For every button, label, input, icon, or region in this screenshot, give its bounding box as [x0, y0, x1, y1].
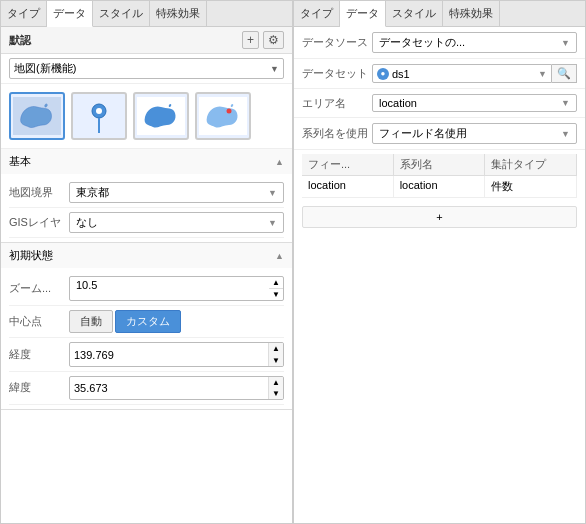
basic-section-header[interactable]: 基本 ▲ — [1, 149, 292, 174]
tab-style-left[interactable]: スタイル — [93, 1, 150, 26]
area-name-control: location ▼ — [372, 94, 577, 112]
map-thumb-1[interactable] — [9, 92, 65, 140]
center-auto-button[interactable]: 自動 — [69, 310, 113, 333]
table-row: location location 件数 — [302, 176, 577, 198]
gis-layer-arrow: ▼ — [268, 218, 277, 228]
dataset-search-button[interactable]: 🔍 — [552, 64, 577, 83]
default-section-title: 默認 — [9, 33, 31, 48]
gear-icon[interactable]: ⚙ — [263, 31, 284, 49]
gis-layer-control: なし ▼ — [69, 212, 284, 233]
dataset-arrow: ▼ — [538, 69, 547, 79]
latitude-input[interactable]: 35.673 — [70, 380, 268, 396]
dataset-control: ● ds1 ▼ 🔍 — [372, 64, 577, 83]
longitude-up[interactable]: ▲ — [269, 343, 283, 354]
series-col-aggregate: 集計タイプ — [485, 154, 577, 175]
series-name-control: フィールド名使用 ▼ — [372, 123, 577, 144]
series-aggregate-value: 件数 — [485, 176, 577, 197]
series-table-header: フィー... 系列名 集計タイプ — [302, 154, 577, 176]
initial-state-section: 初期状態 ▲ ズーム... 10.5 ▲ ▼ 中心点 — [1, 243, 292, 410]
gis-layer-row: GISレイヤ なし ▼ — [9, 208, 284, 238]
initial-state-header[interactable]: 初期状態 ▲ — [1, 243, 292, 268]
basic-section-title: 基本 — [9, 154, 31, 169]
add-series-button[interactable]: + — [302, 206, 577, 228]
initial-state-content: ズーム... 10.5 ▲ ▼ 中心点 自動 カスタム — [1, 268, 292, 409]
map-boundary-row: 地図境界 東京都 ▼ — [9, 178, 284, 208]
series-name-row: 系列名を使用 フィールド名使用 ▼ — [294, 118, 585, 150]
longitude-input-wrapper: 139.769 ▲ ▼ — [69, 342, 284, 366]
zoom-value: 10.5 — [70, 277, 267, 300]
tab-type-left[interactable]: タイプ — [1, 1, 47, 26]
tab-effect-right[interactable]: 特殊効果 — [443, 1, 500, 26]
datasource-row: データソース データセットの... ▼ — [294, 27, 585, 59]
map-boundary-arrow: ▼ — [268, 188, 277, 198]
latitude-spinner[interactable]: ▲ ▼ — [268, 377, 283, 399]
longitude-label: 経度 — [9, 347, 69, 362]
longitude-control: 139.769 ▲ ▼ — [69, 342, 284, 366]
latitude-input-wrapper: 35.673 ▲ ▼ — [69, 376, 284, 400]
series-name-dropdown[interactable]: フィールド名使用 ▼ — [372, 123, 577, 144]
initial-state-chevron: ▲ — [275, 251, 284, 261]
datasource-dropdown[interactable]: データセットの... ▼ — [372, 32, 577, 53]
add-series-icon: + — [436, 211, 442, 223]
svg-point-3 — [96, 108, 102, 114]
longitude-down[interactable]: ▼ — [269, 355, 283, 366]
tab-data-left[interactable]: データ — [47, 1, 93, 27]
area-name-label: エリア名 — [302, 96, 372, 111]
latitude-control: 35.673 ▲ ▼ — [69, 376, 284, 400]
map-boundary-dropdown[interactable]: 東京都 ▼ — [69, 182, 284, 203]
dataset-label: データセット — [302, 66, 372, 81]
datasource-value: データセットの... — [379, 35, 465, 50]
add-icon[interactable]: + — [242, 31, 259, 49]
basic-chevron: ▲ — [275, 157, 284, 167]
center-custom-button[interactable]: カスタム — [115, 310, 181, 333]
zoom-control: 10.5 ▲ ▼ — [69, 276, 284, 301]
latitude-down[interactable]: ▼ — [269, 388, 283, 399]
dataset-row: データセット ● ds1 ▼ 🔍 — [294, 59, 585, 89]
map-thumb-3[interactable] — [133, 92, 189, 140]
series-col-series: 系列名 — [394, 154, 486, 175]
series-name-arrow: ▼ — [561, 129, 570, 139]
svg-point-6 — [227, 109, 232, 114]
right-panel: タイプ データ スタイル 特殊効果 データソース データセットの... ▼ デー… — [293, 0, 586, 524]
datasource-arrow: ▼ — [561, 38, 570, 48]
chart-type-arrow: ▼ — [270, 64, 279, 74]
zoom-row: ズーム... 10.5 ▲ ▼ — [9, 272, 284, 306]
tab-type-right[interactable]: タイプ — [294, 1, 340, 26]
latitude-row: 緯度 35.673 ▲ ▼ — [9, 372, 284, 405]
area-name-arrow: ▼ — [561, 98, 570, 108]
series-col-field: フィー... — [302, 154, 394, 175]
datasource-control: データセットの... ▼ — [372, 32, 577, 53]
tab-effect-left[interactable]: 特殊効果 — [150, 1, 207, 26]
zoom-spinner[interactable]: ▲ ▼ — [269, 277, 283, 300]
gis-layer-value: なし — [76, 215, 98, 230]
zoom-label: ズーム... — [9, 281, 69, 296]
gis-layer-dropdown[interactable]: なし ▼ — [69, 212, 284, 233]
section-controls: + ⚙ — [242, 31, 284, 49]
dataset-dropdown[interactable]: ● ds1 ▼ — [372, 64, 552, 83]
series-series-value: location — [394, 176, 486, 197]
latitude-up[interactable]: ▲ — [269, 377, 283, 388]
basic-section-content: 地図境界 東京都 ▼ GISレイヤ なし ▼ — [1, 174, 292, 242]
map-boundary-value: 東京都 — [76, 185, 109, 200]
series-name-label: 系列名を使用 — [302, 126, 372, 141]
series-field-value: location — [302, 176, 394, 197]
tab-style-right[interactable]: スタイル — [386, 1, 443, 26]
longitude-spinner[interactable]: ▲ ▼ — [268, 343, 283, 365]
latitude-label: 緯度 — [9, 380, 69, 395]
center-row: 中心点 自動 カスタム — [9, 306, 284, 338]
area-name-row: エリア名 location ▼ — [294, 89, 585, 118]
chart-type-dropdown[interactable]: 地図(新機能) ▼ — [9, 58, 284, 79]
longitude-input[interactable]: 139.769 — [70, 347, 268, 363]
gis-layer-label: GISレイヤ — [9, 215, 69, 230]
basic-section: 基本 ▲ 地図境界 東京都 ▼ GISレイヤ なし — [1, 149, 292, 243]
area-name-dropdown[interactable]: location ▼ — [372, 94, 577, 112]
area-name-value: location — [379, 97, 417, 109]
chart-type-row: 地図(新機能) ▼ — [1, 54, 292, 84]
right-tab-bar: タイプ データ スタイル 特殊効果 — [294, 1, 585, 27]
map-thumb-2[interactable] — [71, 92, 127, 140]
map-thumb-4[interactable] — [195, 92, 251, 140]
map-boundary-control: 東京都 ▼ — [69, 182, 284, 203]
dataset-icon: ● — [377, 68, 389, 80]
tab-data-right[interactable]: データ — [340, 1, 386, 27]
left-tab-bar: タイプ データ スタイル 特殊効果 — [1, 1, 292, 27]
